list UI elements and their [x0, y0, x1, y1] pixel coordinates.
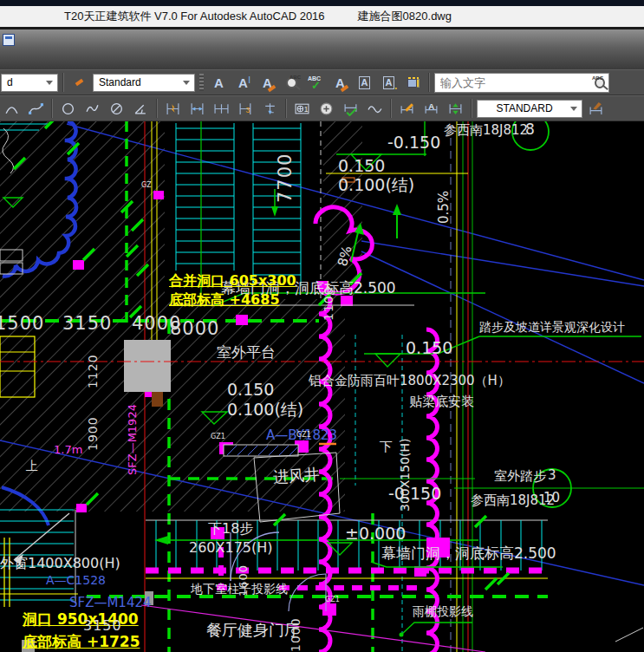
abc-icon: ABC	[308, 75, 321, 82]
elevation-0100-left: 0.100(结)	[227, 401, 303, 419]
arc-jog-button[interactable]	[81, 98, 103, 120]
dim-match-button[interactable]	[585, 98, 607, 120]
linear-dim-button[interactable]	[186, 98, 208, 120]
dim-update-button[interactable]	[445, 98, 466, 120]
text-search-box[interactable]: ABC	[434, 73, 609, 93]
add-point-button[interactable]	[315, 98, 337, 120]
window-top-strip	[0, 0, 644, 6]
find-replace-button[interactable]: ABC	[281, 72, 302, 94]
baseline-dim-button[interactable]: 3	[235, 98, 257, 120]
merged-opening-elevation: 底部标高 +4685	[169, 293, 280, 308]
dim-edit-pencil-button[interactable]	[396, 98, 418, 120]
brush-icon	[75, 79, 84, 86]
toolbar-grip[interactable]	[199, 74, 204, 91]
circle-tool-button[interactable]	[57, 98, 79, 120]
chevron-down-icon	[46, 81, 53, 85]
edit-text-button[interactable]: AI	[232, 72, 254, 94]
distance-17m-label: 1.7m	[54, 444, 82, 456]
chevron-down-icon	[570, 107, 577, 111]
hall-label: 餐厅健身门厅	[206, 623, 300, 639]
spell-check-button[interactable]: ABC✓	[305, 72, 327, 94]
title-bar[interactable]: T20天正建筑软件 V7.0 For Autodesk AutoCAD 2016…	[0, 6, 644, 27]
door-code-left: SFZ—M1924	[127, 404, 139, 475]
text-frame-button[interactable]: A	[354, 72, 375, 94]
elevation-0100-top: 0.100(结)	[338, 177, 414, 194]
layer-translate-button[interactable]	[402, 72, 424, 94]
dim-text-edit-button[interactable]: A	[420, 98, 442, 120]
continue-dim-button[interactable]	[211, 98, 232, 120]
bubble-number-8: 8	[525, 122, 535, 138]
single-text-button[interactable]: A	[208, 72, 230, 94]
app-mini-icon[interactable]	[3, 34, 15, 46]
text-match-button[interactable]: A	[329, 72, 351, 94]
layers-icon	[407, 77, 420, 88]
column-tag-gz: GZ	[141, 182, 152, 189]
dim-style-combo[interactable]: STANDARD	[477, 100, 582, 118]
dim-check-button[interactable]	[340, 98, 361, 120]
door-code-bottom: SFZ—M1424	[69, 597, 152, 610]
window-code-ac1528: A—C1528	[46, 574, 106, 587]
text-frame-dot-button[interactable]: A•	[378, 72, 400, 94]
elevation-minus-0150-mid: -0.150	[388, 486, 441, 503]
elevation-0150-left: 0.150	[227, 381, 274, 399]
dim-1000: 1000	[289, 617, 302, 652]
drawing-canvas[interactable]: 参西南18J812 8 -0.150 0.150 0.100(结) 0.5% 8…	[0, 121, 644, 652]
text-edit-pencil-button[interactable]: A	[257, 72, 278, 94]
arc-tool-button[interactable]	[1, 98, 23, 120]
dim-1500: 1500	[0, 314, 44, 333]
callout-number-3: 3	[548, 469, 556, 483]
ordinate-dim-button[interactable]	[259, 98, 281, 120]
menu-bar[interactable]	[0, 29, 644, 69]
dim-1600: 1600	[237, 564, 250, 597]
opening-elevation-1725: 底部标高 +1725	[23, 635, 140, 650]
merged-opening-label: 合并洞口 605x300	[169, 274, 296, 289]
louver-note: 铝合金防雨百叶1800X2300（H）	[309, 375, 511, 388]
dim-7700: 7700	[276, 153, 295, 203]
text-style-combo[interactable]: Standard	[93, 74, 195, 92]
elevation-0150-top: 0.150	[338, 158, 385, 175]
svg-text:3: 3	[246, 105, 250, 114]
spline-edit-button[interactable]	[25, 98, 47, 120]
detail-ref-right: 参西南18J812	[471, 494, 555, 508]
dim-8000: 8000	[170, 319, 219, 338]
up-label: 上	[26, 460, 38, 473]
louver-install-note: 贴梁底安装	[409, 395, 474, 409]
elevation-0000: ±0.000	[345, 525, 406, 543]
boxed-a-icon: A	[359, 76, 371, 89]
window-1400x800-label: 外窗1400X800(H)	[0, 557, 120, 571]
detail-ref-top: 参西南18J812	[444, 124, 528, 138]
elevation-0150-mid: 0.150	[406, 340, 452, 357]
canopy-projection-note: 雨棚投影线	[413, 605, 473, 618]
app-title: T20天正建筑软件 V7.0 For Autodesk AutoCAD 2016	[64, 9, 325, 24]
dim-3150: 3150	[62, 314, 112, 333]
chevron-down-icon	[183, 81, 190, 85]
curtain-wall-note-bottom: 幕墙门洞，洞底标高2.500	[381, 546, 556, 562]
down-label: 下	[380, 440, 393, 454]
boxed-a-icon: A	[383, 76, 395, 89]
air-shaft-label: 进风井	[272, 466, 320, 486]
text-a-icon: A	[238, 76, 248, 89]
layer-combo[interactable]: d	[1, 74, 58, 92]
toolbar-dimension: 3 1 A STANDARD	[0, 95, 644, 121]
circle-diameter-button[interactable]	[106, 98, 127, 120]
slope-05-label: 0.5%	[438, 191, 452, 224]
dim-1120: 1120	[87, 354, 100, 388]
wave-line-button[interactable]	[364, 98, 386, 120]
dim-value-button[interactable]: 1	[291, 98, 313, 120]
toolbar-text: d Standard A AI A ABC ABC✓ A A A• ABC	[0, 69, 644, 95]
svg-text:1: 1	[304, 104, 309, 113]
svg-text:A: A	[428, 101, 434, 111]
dim-1100: 1100	[322, 286, 335, 321]
outdoor-steps-label: 室外踏步	[494, 470, 546, 484]
elevation-minus-0150-top: -0.150	[387, 134, 440, 152]
quick-dim-button[interactable]	[162, 98, 184, 120]
dim-3150-bottom: 3150	[83, 619, 122, 634]
document-title: 建施合图0820.dwg	[358, 9, 452, 24]
column-tag-gz1-b: GZ1	[296, 432, 311, 439]
text-search-input[interactable]	[439, 75, 595, 90]
match-properties-button[interactable]	[68, 72, 90, 94]
outdoor-platform-label: 室外平台	[217, 345, 276, 361]
angle-dim-button[interactable]	[130, 98, 152, 120]
text-cursor-icon: I	[248, 76, 250, 85]
stair-count-label: 下18步	[208, 522, 253, 537]
